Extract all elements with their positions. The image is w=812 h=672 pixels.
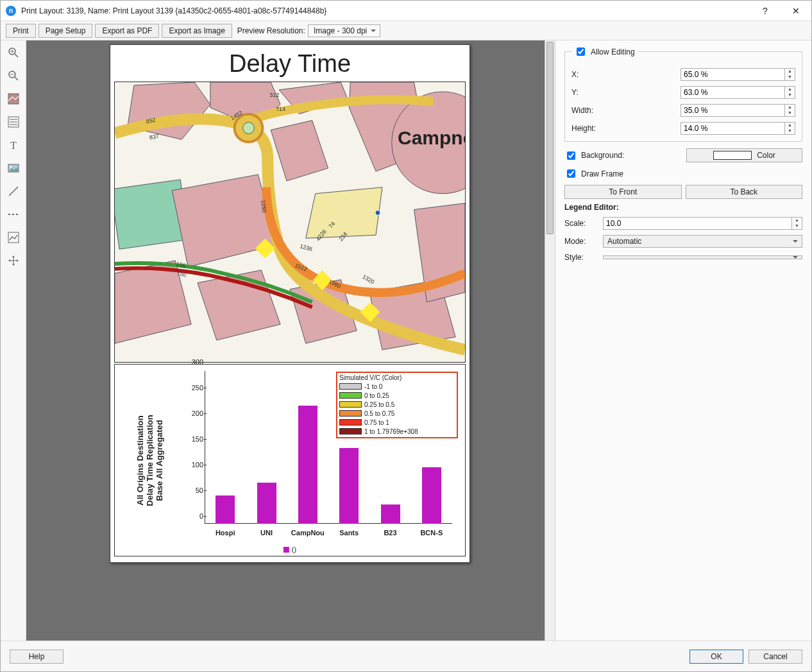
y-tick: 0 [185, 512, 203, 520]
chart-view: All Origins Destination Delay Time Repli… [114, 364, 466, 556]
x-tick: Hospi [216, 529, 235, 537]
legend-swatch [339, 383, 362, 390]
titlebar: n Print Layout: 3139, Name: Print Layout… [1, 1, 811, 21]
y-tick: 200 [185, 409, 203, 417]
preview-resolution-select[interactable]: Image - 300 dpi [308, 24, 380, 37]
help-button[interactable]: Help [10, 650, 63, 664]
y-input[interactable] [681, 86, 785, 99]
x-tick: B23 [384, 529, 396, 537]
chart-plot: Simulated V/C (Color) -1 to 00 to 0.250.… [185, 371, 459, 537]
y-axis [205, 371, 205, 524]
svg-text:T: T [10, 140, 17, 151]
y-tick: 250 [185, 384, 203, 392]
spin-arrows-icon[interactable]: ▲▼ [785, 86, 795, 99]
cancel-button[interactable]: Cancel [749, 650, 802, 664]
scale-input[interactable] [603, 217, 792, 230]
y-label: Y: [571, 88, 681, 97]
scrollbar-thumb[interactable] [546, 42, 554, 234]
help-icon[interactable]: ? [755, 6, 775, 16]
svg-point-55 [375, 211, 380, 216]
text-icon[interactable]: T [6, 138, 21, 152]
x-tick: CampNou [291, 529, 325, 537]
mode-select[interactable]: Automatic [603, 235, 802, 248]
properties-panel: Allow Editing X: ▲▼ Y: ▲▼ Width: ▲▼ Heig… [555, 40, 811, 641]
to-front-button[interactable]: To Front [564, 185, 682, 199]
legend-row: 0 to 0.25 [339, 391, 455, 400]
allow-editing-checkbox[interactable] [577, 47, 585, 56]
canvas-vscrollbar[interactable] [545, 40, 555, 641]
window-title: Print Layout: 3139, Name: Print Layout 3… [21, 6, 755, 15]
y-tick: 50 [185, 487, 203, 494]
bar [381, 504, 400, 524]
legend-swatch [339, 401, 362, 408]
width-input[interactable] [681, 104, 785, 117]
export-image-button[interactable]: Export as Image [162, 24, 232, 38]
to-back-button[interactable]: To Back [686, 185, 803, 199]
legend-label: -1 to 0 [364, 383, 382, 390]
draw-frame-checkbox[interactable] [567, 169, 575, 178]
list-icon[interactable] [6, 115, 21, 129]
x-tick: BCN-S [420, 529, 443, 537]
svg-text:1260: 1260 [260, 200, 267, 213]
legend-label: 0 to 0.25 [364, 392, 389, 399]
spin-arrows-icon[interactable]: ▲▼ [785, 68, 795, 81]
spin-arrows-icon[interactable]: ▲▼ [792, 217, 802, 230]
legend-editor-title: Legend Editor: [564, 203, 802, 212]
width-label: Width: [571, 106, 681, 115]
legend-swatch [339, 392, 362, 399]
x-tick: Sants [339, 529, 359, 537]
x-tick: UNI [260, 529, 273, 537]
spin-arrows-icon[interactable]: ▲▼ [785, 122, 795, 135]
x-label: X: [571, 70, 681, 79]
bar [216, 495, 235, 524]
layout-page[interactable]: Delay Time [110, 44, 470, 563]
color-button[interactable]: Color [686, 148, 802, 162]
legend-swatch [339, 428, 362, 435]
zoom-out-icon[interactable] [6, 69, 21, 83]
chart-icon[interactable] [6, 230, 21, 245]
line-icon[interactable] [6, 184, 21, 198]
legend-row: -1 to 0 [339, 382, 455, 391]
map-icon[interactable] [6, 92, 21, 106]
spin-arrows-icon[interactable]: ▲▼ [785, 104, 795, 117]
canvas[interactable]: Delay Time [26, 40, 545, 641]
canvas-area: Delay Time [26, 40, 555, 641]
ok-button[interactable]: OK [689, 650, 743, 664]
print-layout-dialog: n Print Layout: 3139, Name: Print Layout… [0, 0, 812, 672]
legend-label: 1 to 1.79769e+308 [364, 428, 418, 435]
page-setup-button[interactable]: Page Setup [38, 24, 93, 38]
mode-label: Mode: [564, 237, 603, 246]
export-pdf-button[interactable]: Export as PDF [95, 24, 159, 38]
image-icon[interactable] [6, 161, 21, 175]
style-select[interactable] [603, 255, 802, 259]
legend-row: 0.5 to 0.75 [339, 409, 455, 418]
allow-editing-group: Allow Editing X: ▲▼ Y: ▲▼ Width: ▲▼ Heig… [564, 46, 802, 142]
series-color-swatch [283, 547, 289, 553]
close-icon[interactable]: ✕ [786, 6, 806, 16]
app-icon: n [6, 6, 16, 16]
move-icon[interactable] [6, 254, 21, 268]
scale-label: Scale: [564, 219, 603, 228]
style-label: Style: [564, 253, 603, 262]
svg-point-36 [243, 123, 255, 134]
map-text-label: Campno [398, 127, 466, 149]
zoom-in-icon[interactable] [6, 46, 21, 60]
map-view: 852 837 312 714 1452 1260 156 786 1236 1… [114, 82, 466, 363]
toolbar: Print Page Setup Export as PDF Export as… [1, 21, 811, 40]
dash-icon[interactable] [6, 207, 21, 221]
legend-label: 0.75 to 1 [364, 419, 389, 426]
print-button[interactable]: Print [6, 24, 36, 38]
svg-line-1 [15, 54, 18, 57]
chart-series-legend: () [283, 546, 296, 553]
background-checkbox[interactable] [567, 151, 575, 160]
x-input[interactable] [681, 68, 785, 81]
height-label: Height: [571, 124, 681, 133]
svg-marker-22 [306, 187, 382, 238]
legend-label: 0.25 to 0.5 [364, 401, 394, 408]
svg-line-15 [9, 187, 18, 196]
dialog-footer: Help OK Cancel [1, 641, 811, 671]
legend-swatch [339, 410, 362, 417]
height-input[interactable] [681, 122, 785, 135]
y-tick: 100 [185, 461, 203, 469]
svg-point-14 [10, 166, 12, 168]
